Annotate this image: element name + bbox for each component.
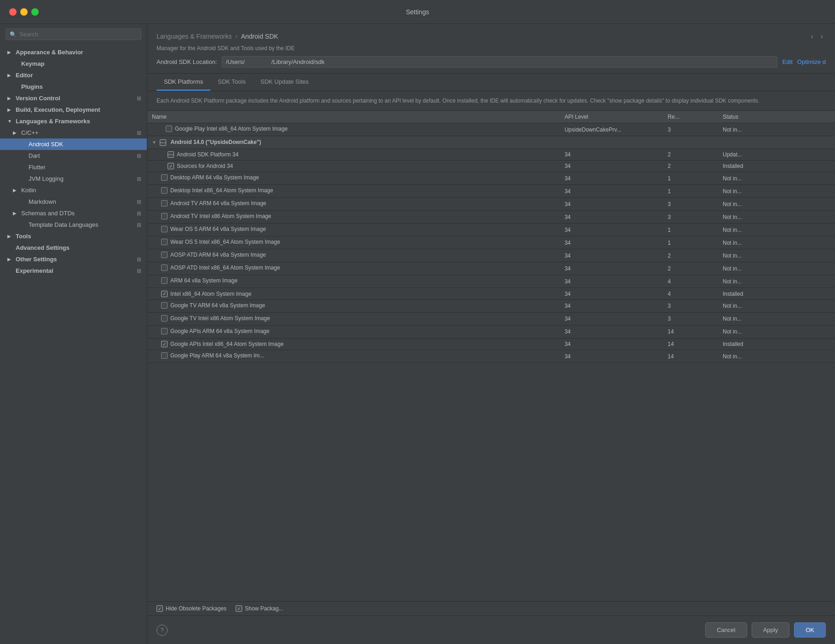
sidebar-item-template-data[interactable]: Template Data Languages ⊞ [0,219,147,230]
sidebar-item-other-settings[interactable]: ▶ Other Settings ⊞ [0,253,147,265]
chevron-down-icon: ▼ [7,119,13,124]
row-rev-cell: 2 [663,262,719,275]
sidebar-item-advanced-settings[interactable]: Advanced Settings [0,242,147,253]
hide-obsolete-checkbox-label[interactable]: Hide Obsolete Packages [157,605,226,612]
tab-sdk-tools[interactable]: SDK Tools [210,74,253,91]
table-row: Google TV ARM 64 v8a System Image 34 3 N… [147,299,835,312]
sidebar-item-experimental[interactable]: Experimental ⊞ [0,265,147,276]
sdk-table: Name API Level Re... Status [147,111,835,363]
row-api-cell: 34 [560,350,663,363]
back-button[interactable]: ‹ [808,31,816,41]
row-status-cell: Not in... [718,172,835,185]
row-checkbox[interactable] [161,277,168,284]
row-checkbox[interactable]: − [168,151,174,158]
row-checkbox[interactable] [166,126,172,132]
row-checkbox[interactable] [161,328,168,334]
show-package-checkbox-label[interactable]: Show Packag... [236,605,283,612]
expand-arrow-icon[interactable]: ▼ [152,140,157,145]
group-checkbox[interactable]: − [160,139,166,146]
row-checkbox[interactable] [161,264,168,271]
sdk-table-container[interactable]: Name API Level Re... Status [147,111,835,601]
cancel-button[interactable]: Cancel [705,622,747,638]
row-checkbox[interactable] [161,213,168,219]
row-name-cell: Wear OS 5 Intel x86_64 Atom System Image [147,236,560,249]
forward-button[interactable]: › [818,31,826,41]
sidebar-item-build-exec-deploy[interactable]: ▶ Build, Execution, Deployment [0,104,147,115]
apply-button[interactable]: Apply [752,622,790,638]
row-rev-cell: 1 [663,224,719,236]
row-api-cell: 34 [560,262,663,275]
show-package-checkbox[interactable] [236,605,242,612]
title-bar: Settings [0,0,835,24]
row-checkbox[interactable] [161,252,168,258]
row-name-cell: Android TV ARM 64 v8a System Image [147,198,560,211]
row-status-cell: Not in... [718,224,835,236]
row-status-cell: Not in... [718,312,835,325]
row-rev-cell: 1 [663,185,719,198]
sdk-optimize-link[interactable]: Optimize d [797,58,826,65]
table-row: ARM 64 v8a System Image 34 4 Not in... [147,275,835,288]
sidebar-item-tools[interactable]: ▶ Tools [0,230,147,242]
sidebar-item-android-sdk[interactable]: Android SDK [0,138,147,150]
row-checkbox[interactable] [161,352,168,359]
row-status-cell: Not in... [718,350,835,363]
sidebar-item-cpp[interactable]: ▶ C/C++ ⊞ [0,127,147,138]
chevron-right-icon: ▶ [7,257,13,262]
sidebar-item-appearance-behavior[interactable]: ▶ Appearance & Behavior [0,46,147,58]
row-checkbox[interactable] [161,315,168,322]
tab-sdk-update-sites[interactable]: SDK Update Sites [253,74,316,91]
row-api-cell: 34 [560,185,663,198]
search-input[interactable] [19,31,137,38]
sidebar-item-plugins[interactable]: Plugins [0,81,147,92]
table-row: Google TV Intel x86 Atom System Image 34… [147,312,835,325]
row-checkbox[interactable] [161,239,168,245]
sidebar-item-markdown[interactable]: Markdown ⊞ [0,196,147,207]
sidebar-item-editor[interactable]: ▶ Editor [0,69,147,81]
row-status-cell: Not in... [718,198,835,211]
row-status-cell: Installed [718,338,835,350]
sidebar-item-flutter[interactable]: Flutter [0,161,147,173]
row-rev-cell: 1 [663,172,719,185]
row-checkbox[interactable] [161,302,168,309]
row-checkbox[interactable] [161,174,168,181]
table-row: Google APIs Intel x86_64 Atom System Ima… [147,338,835,350]
minimize-button[interactable] [20,8,28,16]
row-status-cell: Not in... [718,185,835,198]
search-box[interactable]: 🔍 [6,29,141,40]
help-button[interactable]: ? [157,625,168,636]
row-checkbox[interactable] [161,291,168,297]
row-checkbox[interactable] [161,200,168,207]
row-api-cell: 34 [560,236,663,249]
sidebar-item-keymap[interactable]: Keymap [0,58,147,69]
sdk-location-label: Android SDK Location: [157,58,217,65]
content-body: Each Android SDK Platform package includ… [147,91,835,615]
close-button[interactable] [9,8,17,16]
breadcrumb-parent: Languages & Frameworks [157,33,232,40]
sidebar-item-languages-frameworks[interactable]: ▼ Languages & Frameworks [0,115,147,127]
row-checkbox[interactable] [161,187,168,194]
row-checkbox[interactable] [161,226,168,232]
sidebar-item-label: Schemas and DTDs [21,210,137,217]
sdk-location-input[interactable] [222,56,778,68]
sidebar-item-version-control[interactable]: ▶ Version Control ⊞ [0,92,147,104]
ok-button[interactable]: OK [794,622,826,638]
hide-obsolete-checkbox[interactable] [157,605,163,612]
sidebar-item-schemas-dtds[interactable]: ▶ Schemas and DTDs ⊞ [0,207,147,219]
col-api: API Level [560,111,663,123]
sidebar-item-jvm-logging[interactable]: JVM Logging ⊞ [0,173,147,184]
table-row: Wear OS 5 ARM 64 v8a System Image 34 1 N… [147,224,835,236]
sidebar-item-dart[interactable]: Dart ⊞ [0,150,147,161]
row-status-cell: Updat... [718,149,835,160]
tab-sdk-platforms[interactable]: SDK Platforms [157,74,210,91]
table-row: AOSP ATD Intel x86_64 Atom System Image … [147,262,835,275]
row-checkbox[interactable] [168,163,174,169]
row-status-cell: Not in... [718,275,835,288]
row-api-cell: 34 [560,198,663,211]
sidebar-item-label: Languages & Frameworks [16,118,141,125]
sdk-edit-link[interactable]: Edit [782,58,792,65]
sidebar-item-kotlin[interactable]: ▶ Kotlin [0,184,147,196]
row-checkbox[interactable] [161,341,168,347]
maximize-button[interactable] [31,8,39,16]
row-rev-cell: 4 [663,288,719,300]
row-rev-cell: 4 [663,275,719,288]
